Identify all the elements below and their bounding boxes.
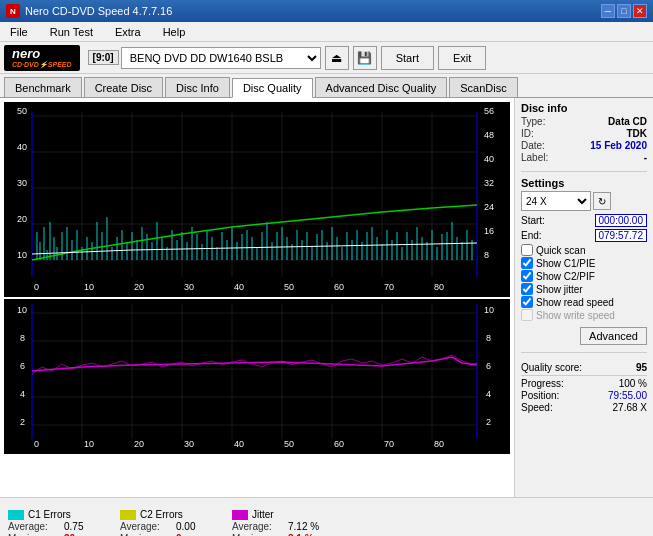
svg-text:24: 24 xyxy=(484,202,494,212)
close-button[interactable]: ✕ xyxy=(633,4,647,18)
menu-help[interactable]: Help xyxy=(157,24,192,40)
show-read-checkbox[interactable] xyxy=(521,296,533,308)
quick-scan-label: Quick scan xyxy=(536,245,585,256)
svg-rect-127 xyxy=(12,299,502,454)
svg-text:40: 40 xyxy=(17,142,27,152)
maximize-button[interactable]: □ xyxy=(617,4,631,18)
settings-title: Settings xyxy=(521,177,647,189)
chart-top: 50 40 30 20 10 56 48 40 32 24 16 8 0 10 … xyxy=(4,102,510,297)
show-jitter-label: Show jitter xyxy=(536,284,583,295)
start-button[interactable]: Start xyxy=(381,46,434,70)
show-c2pif-label: Show C2/PIF xyxy=(536,271,595,282)
show-write-checkbox[interactable] xyxy=(521,309,533,321)
svg-text:50: 50 xyxy=(284,282,294,292)
svg-text:0: 0 xyxy=(34,439,39,449)
show-c2pif-row: Show C2/PIF xyxy=(521,270,647,282)
c2-avg-label: Average: xyxy=(120,521,172,532)
svg-text:2: 2 xyxy=(486,417,491,427)
tab-disc-info[interactable]: Disc Info xyxy=(165,77,230,97)
progress-label: Progress: xyxy=(521,378,564,389)
disc-date-label: Date: xyxy=(521,140,545,151)
speed-display-value: 27.68 X xyxy=(613,402,647,413)
svg-text:4: 4 xyxy=(486,389,491,399)
c1-avg-label: Average: xyxy=(8,521,60,532)
disc-date-row: Date: 15 Feb 2020 xyxy=(521,140,647,151)
jitter-color-box xyxy=(232,510,248,520)
svg-text:20: 20 xyxy=(17,214,27,224)
chart-top-svg: 50 40 30 20 10 56 48 40 32 24 16 8 0 10 … xyxy=(4,102,510,297)
tab-scandisc[interactable]: ScanDisc xyxy=(449,77,517,97)
tab-benchmark[interactable]: Benchmark xyxy=(4,77,82,97)
svg-text:48: 48 xyxy=(484,130,494,140)
svg-text:70: 70 xyxy=(384,282,394,292)
jitter-label: Jitter xyxy=(252,509,274,520)
disc-date-value: 15 Feb 2020 xyxy=(590,140,647,151)
chart-bottom: 10 8 6 4 2 10 8 6 4 2 0 10 20 30 40 50 6… xyxy=(4,299,510,454)
end-value: 079:57.72 xyxy=(595,229,648,242)
nero-logo: nero CD·DVD⚡SPEED xyxy=(4,45,80,71)
svg-text:20: 20 xyxy=(134,439,144,449)
settings-section: Settings 24 X ↻ Start: 000:00.00 End: 07… xyxy=(521,177,647,345)
jitter-avg-value: 7.12 % xyxy=(288,521,319,532)
svg-text:4: 4 xyxy=(20,389,25,399)
svg-text:8: 8 xyxy=(484,250,489,260)
minimize-button[interactable]: ─ xyxy=(601,4,615,18)
svg-text:2: 2 xyxy=(20,417,25,427)
start-time-row: Start: 000:00.00 xyxy=(521,214,647,227)
menu-extra[interactable]: Extra xyxy=(109,24,147,40)
drive-selector: [9:0] BENQ DVD DD DW1640 BSLB xyxy=(88,47,321,69)
svg-text:56: 56 xyxy=(484,106,494,116)
svg-text:40: 40 xyxy=(484,154,494,164)
quick-scan-checkbox[interactable] xyxy=(521,244,533,256)
disc-label-row: Label: - xyxy=(521,152,647,163)
show-c1pie-row: Show C1/PIE xyxy=(521,257,647,269)
disc-id-value: TDK xyxy=(626,128,647,139)
svg-text:16: 16 xyxy=(484,226,494,236)
tab-create-disc[interactable]: Create Disc xyxy=(84,77,163,97)
disc-type-value: Data CD xyxy=(608,116,647,127)
show-read-speed-row: Show read speed xyxy=(521,296,647,308)
speed-dropdown[interactable]: 24 X xyxy=(521,191,591,211)
tab-bar: Benchmark Create Disc Disc Info Disc Qua… xyxy=(0,74,653,98)
quality-score-section: Quality score: 95 Progress: 100 % Positi… xyxy=(521,362,647,414)
menu-run-test[interactable]: Run Test xyxy=(44,24,99,40)
show-read-label: Show read speed xyxy=(536,297,614,308)
svg-text:40: 40 xyxy=(234,282,244,292)
show-c2pif-checkbox[interactable] xyxy=(521,270,533,282)
jitter-stat-block: Jitter Average: 7.12 % Maximum: 8.1 % xyxy=(232,509,319,536)
quality-score-label: Quality score: xyxy=(521,362,582,373)
svg-text:30: 30 xyxy=(17,178,27,188)
svg-text:30: 30 xyxy=(184,439,194,449)
c2-avg-row: Average: 0.00 xyxy=(120,521,206,532)
c2-label-row: C2 Errors xyxy=(120,509,206,520)
svg-text:40: 40 xyxy=(234,439,244,449)
c2-stat-block: C2 Errors Average: 0.00 Maximum: 0 Total… xyxy=(120,509,206,536)
svg-text:0: 0 xyxy=(34,282,39,292)
c2-label: C2 Errors xyxy=(140,509,183,520)
c1-stat-block: C1 Errors Average: 0.75 Maximum: 30 Tota… xyxy=(8,509,94,536)
jitter-avg-row: Average: 7.12 % xyxy=(232,521,319,532)
disc-id-label: ID: xyxy=(521,128,534,139)
end-time-row: End: 079:57.72 xyxy=(521,229,647,242)
svg-text:60: 60 xyxy=(334,439,344,449)
tab-advanced-disc-quality[interactable]: Advanced Disc Quality xyxy=(315,77,448,97)
show-jitter-checkbox[interactable] xyxy=(521,283,533,295)
save-icon[interactable]: 💾 xyxy=(353,46,377,70)
speed-display-label: Speed: xyxy=(521,402,553,413)
eject-icon[interactable]: ⏏ xyxy=(325,46,349,70)
app-title: Nero CD-DVD Speed 4.7.7.16 xyxy=(25,5,172,17)
drive-dropdown[interactable]: BENQ DVD DD DW1640 BSLB xyxy=(121,47,321,69)
menu-file[interactable]: File xyxy=(4,24,34,40)
disc-info-title: Disc info xyxy=(521,102,647,114)
svg-rect-0 xyxy=(12,102,502,297)
exit-button[interactable]: Exit xyxy=(438,46,486,70)
svg-text:10: 10 xyxy=(84,282,94,292)
svg-text:6: 6 xyxy=(20,361,25,371)
bottom-stats: C1 Errors Average: 0.75 Maximum: 30 Tota… xyxy=(0,497,653,536)
tab-disc-quality[interactable]: Disc Quality xyxy=(232,78,313,98)
svg-text:50: 50 xyxy=(284,439,294,449)
refresh-button[interactable]: ↻ xyxy=(593,192,611,210)
advanced-button[interactable]: Advanced xyxy=(580,327,647,345)
show-c1pie-checkbox[interactable] xyxy=(521,257,533,269)
disc-label-label: Label: xyxy=(521,152,548,163)
